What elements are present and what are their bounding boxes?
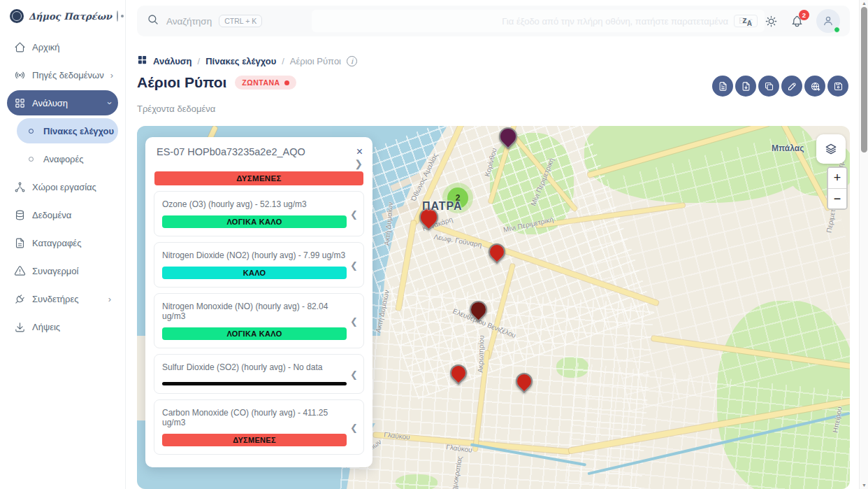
- reading-label: Nitrogen Dioxide (NO2) (hourly avg) - 7.…: [162, 250, 347, 260]
- map-layers-button[interactable]: [816, 134, 846, 164]
- reading-status-banner: [162, 382, 347, 385]
- sidebar-item-katagrafes[interactable]: Καταγραφές: [7, 230, 118, 255]
- reading-card: Carbon Monoxide (CO) (hourly avg) - 411.…: [154, 399, 364, 455]
- area-label-balas: Μπάλας: [772, 143, 804, 153]
- reading-collapse-chevron-icon[interactable]: ❮: [350, 369, 358, 379]
- search-placeholder: Αναζήτηση: [166, 16, 212, 27]
- sidebar-item-anafores[interactable]: Αναφορές: [17, 146, 118, 171]
- sidebar-item-synagermoi[interactable]: Συναγερμοί: [7, 258, 118, 283]
- reading-status-banner: ΛΟΓΙΚΑ ΚΑΛΟ: [162, 327, 347, 340]
- zoom-out-button[interactable]: −: [828, 188, 846, 208]
- popup-expand-chevron-icon[interactable]: ❯: [145, 157, 372, 169]
- bullet-circle-icon: [29, 129, 34, 134]
- database-icon: [14, 209, 26, 221]
- page-actions: [712, 76, 848, 97]
- chevron-right-icon: ›: [108, 294, 111, 304]
- live-dot-icon: [284, 80, 289, 85]
- home-icon: [14, 41, 26, 53]
- page-scrollbar[interactable]: ▲ ▼: [859, 0, 868, 489]
- zoom-in-button[interactable]: +: [828, 168, 846, 188]
- floppy-icon: [833, 81, 844, 92]
- station-popup: ES-07 HOPb0a73235a2e2_AQO × ❯ ΔΥΣΜΕΝΕΣ O…: [145, 137, 372, 467]
- info-icon[interactable]: i: [347, 56, 357, 66]
- reading-card: Ozone (O3) (hourly avg) - 52.13 ug/m3 ❮ …: [154, 191, 364, 236]
- reading-card: Nitrogen Monoxide (NO) (hourly avg) - 82…: [154, 293, 364, 348]
- plug-icon: [14, 293, 26, 305]
- logs-icon: [14, 237, 26, 249]
- breadcrumb-dashboards[interactable]: Πίνακες ελέγχου: [205, 56, 276, 66]
- scroll-up-arrow-icon[interactable]: ▲: [860, 0, 868, 7]
- breadcrumb-grid-icon: [137, 55, 147, 67]
- sidebar-item-pinakes-elegxou[interactable]: Πίνακες ελέγχου: [17, 118, 118, 143]
- bullet-circle-icon: [29, 157, 34, 162]
- reading-collapse-chevron-icon[interactable]: ❮: [350, 422, 358, 432]
- sidebar-item-xoroi-ergasias[interactable]: Χώροι εργασίας: [7, 174, 118, 199]
- sidebar-item-piges-dedomenon[interactable]: Πηγές δεδομένων ›: [7, 62, 118, 87]
- app-root: Δήμος Πατρέων Αρχική Πηγές δεδομένων › Α…: [0, 0, 868, 489]
- download-icon: [14, 321, 26, 333]
- scroll-down-arrow-icon[interactable]: ▼: [860, 482, 868, 489]
- search-input[interactable]: Αναζήτηση CTRL + K: [147, 13, 742, 29]
- reading-status-banner: ΔΥΣΜΕΝΕΣ: [162, 434, 347, 446]
- layers-icon: [824, 142, 838, 156]
- export-file-button[interactable]: [735, 76, 756, 97]
- sidebar-item-lipseis[interactable]: Λήψεις: [7, 314, 118, 339]
- overall-status-banner: ΔΥΣΜΕΝΕΣ: [154, 171, 363, 185]
- sidebar-logo: Δήμος Πατρέων: [0, 0, 125, 30]
- sidebar-item-dedomena[interactable]: Δεδομένα: [7, 202, 118, 227]
- copy-icon: [764, 81, 774, 92]
- popup-close-icon[interactable]: ×: [356, 146, 363, 157]
- world-plus-icon: [810, 81, 820, 92]
- workspaces-icon: [14, 181, 26, 193]
- sidebar-item-syndetires[interactable]: Συνδετήρες ›: [7, 286, 118, 311]
- reading-collapse-chevron-icon[interactable]: ❮: [350, 260, 358, 270]
- reading-collapse-chevron-icon[interactable]: ❮: [350, 316, 358, 326]
- alert-icon: [14, 265, 26, 277]
- city-label-patra: ΠΑΤΡΑ: [422, 200, 463, 213]
- breadcrumb-separator: /: [198, 56, 201, 66]
- duplicate-button[interactable]: [758, 76, 779, 97]
- chevron-right-icon: ›: [110, 70, 113, 80]
- municipality-logo-icon: [10, 9, 24, 23]
- reading-status-banner: ΛΟΓΙΚΑ ΚΑΛΟ: [162, 215, 347, 228]
- reading-card: Sulfur Dioxide (SO2) (hourly avg) - No d…: [154, 354, 364, 394]
- user-avatar[interactable]: [816, 9, 840, 33]
- sidebar-item-arxiki[interactable]: Αρχική: [7, 34, 118, 59]
- file-text-icon: [718, 81, 728, 92]
- topbar-icons: zA 2: [742, 9, 840, 33]
- publish-button[interactable]: [804, 76, 825, 97]
- street-label: Ακρωτηρίου: [477, 335, 486, 373]
- scrollbar-thumb[interactable]: [861, 7, 867, 153]
- breadcrumb-separator: /: [282, 56, 284, 66]
- report-file-button[interactable]: [712, 76, 733, 97]
- edit-button[interactable]: [781, 76, 802, 97]
- sidebar-collapse-icon[interactable]: [117, 10, 118, 22]
- breadcrumb-analysis[interactable]: Ανάλυση: [153, 56, 192, 66]
- logo-text: Δήμος Πατρέων: [29, 11, 112, 22]
- notification-count-badge: 2: [799, 10, 809, 20]
- page-subtitle: Τρέχοντα δεδομένα: [137, 104, 215, 114]
- online-status-dot: [834, 27, 840, 33]
- theme-toggle-icon[interactable]: [765, 15, 778, 28]
- sidebar: Δήμος Πατρέων Αρχική Πηγές δεδομένων › Α…: [0, 0, 126, 489]
- reading-label: Ozone (O3) (hourly avg) - 52.13 ug/m3: [162, 199, 347, 209]
- save-button[interactable]: [827, 76, 848, 97]
- reading-card: Nitrogen Dioxide (NO2) (hourly avg) - 7.…: [154, 242, 364, 288]
- readings-list: Ozone (O3) (hourly avg) - 52.13 ug/m3 ❮ …: [145, 191, 372, 455]
- sidebar-nav: Αρχική Πηγές δεδομένων › Ανάλυση › Πίνακ…: [0, 30, 125, 346]
- reading-label: Sulfur Dioxide (SO2) (hourly avg) - No d…: [162, 362, 347, 372]
- live-status-badge: ΖΩΝΤΑΝΑ: [235, 76, 296, 90]
- breadcrumb: Ανάλυση / Πίνακες ελέγχου / Αέριοι Ρύποι…: [137, 55, 357, 67]
- sources-icon: [14, 69, 26, 81]
- map[interactable]: Όθωνος ΑμαλίαςΚορίνθουΜίνι ΠεριμετρικήΜί…: [137, 126, 850, 489]
- notifications-bell-icon[interactable]: 2: [790, 15, 804, 28]
- map-zoom-control: + −: [827, 166, 848, 210]
- reading-status-banner: ΚΑΛΟ: [162, 267, 347, 279]
- sidebar-item-analysi[interactable]: Ανάλυση ›: [7, 90, 118, 115]
- language-icon[interactable]: zA: [742, 15, 752, 27]
- reading-label: Nitrogen Monoxide (NO) (hourly avg) - 82…: [162, 302, 347, 321]
- pencil-icon: [787, 81, 797, 92]
- search-shortcut-badge: CTRL + K: [219, 15, 262, 27]
- live-badge-text: ΖΩΝΤΑΝΑ: [242, 78, 280, 87]
- reading-collapse-chevron-icon[interactable]: ❮: [350, 208, 358, 219]
